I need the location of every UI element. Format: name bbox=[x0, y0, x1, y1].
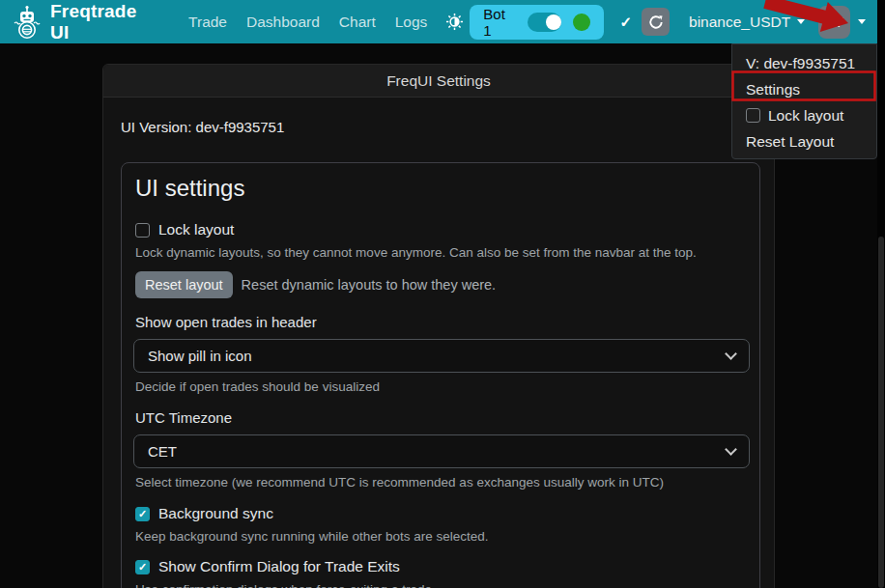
timezone-label: UTC Timezone bbox=[135, 409, 748, 426]
timezone-hint: Select timezone (we recommend UTC is rec… bbox=[135, 475, 748, 490]
brand[interactable]: Freqtrade UI bbox=[12, 1, 158, 43]
open-trades-label: Show open trades in header bbox=[135, 314, 748, 330]
chevron-down-icon bbox=[725, 348, 737, 360]
timezone-select[interactable]: CET bbox=[133, 434, 750, 468]
menu-item-lock-layout-label: Lock layout bbox=[768, 107, 843, 125]
brand-title[interactable]: Freqtrade UI bbox=[50, 1, 158, 43]
scrollbar-thumb[interactable] bbox=[878, 237, 884, 588]
navbar-right: Bot 1 ✓ binance_USDT FT bbox=[470, 5, 866, 40]
ui-settings-card-title: UI settings bbox=[135, 175, 748, 202]
reset-layout-row: Reset layout Reset dynamic layouts to ho… bbox=[135, 271, 748, 298]
reset-layout-button[interactable]: Reset layout bbox=[135, 271, 233, 298]
refresh-button[interactable] bbox=[642, 8, 670, 36]
page-scrollbar[interactable] bbox=[877, 0, 885, 588]
nav-link-trade[interactable]: Trade bbox=[180, 6, 236, 39]
background-sync-checkbox[interactable]: ✓ bbox=[135, 507, 150, 521]
confirm-dialog-hint: Use confirmation dialogs when force-exit… bbox=[135, 582, 748, 588]
confirm-dialog-setting: ✓ Show Confirm Dialog for Trade Exits bbox=[135, 558, 748, 575]
check-icon: ✓ bbox=[620, 14, 633, 31]
nav-link-chart[interactable]: Chart bbox=[330, 6, 385, 39]
nav-link-logs[interactable]: Logs bbox=[386, 6, 437, 39]
bot-toggle-switch[interactable] bbox=[528, 13, 561, 32]
exchange-dropdown[interactable]: binance_USDT bbox=[689, 14, 805, 31]
bot-selector-pill[interactable]: Bot 1 bbox=[470, 5, 603, 40]
settings-panel-header: FreqUI Settings bbox=[103, 65, 774, 98]
menu-item-settings[interactable]: Settings bbox=[732, 76, 876, 102]
confirm-dialog-checkbox[interactable]: ✓ bbox=[135, 560, 150, 574]
chevron-down-icon bbox=[725, 443, 737, 456]
caret-down-icon bbox=[858, 19, 866, 24]
lock-layout-label[interactable]: Lock layout bbox=[158, 221, 234, 238]
background-sync-label[interactable]: Background sync bbox=[158, 505, 273, 522]
settings-panel-title: FreqUI Settings bbox=[386, 72, 491, 90]
toggle-knob bbox=[546, 14, 561, 30]
profile-button[interactable]: FT bbox=[818, 6, 850, 39]
open-trades-hint: Decide if open trades should be visualiz… bbox=[135, 379, 748, 394]
nav-link-dashboard[interactable]: Dashboard bbox=[238, 6, 328, 39]
bot-name-label: Bot 1 bbox=[483, 6, 516, 39]
exchange-dropdown-label: binance_USDT bbox=[689, 14, 790, 31]
menu-item-reset-layout[interactable]: Reset Layout bbox=[732, 128, 876, 154]
background-sync-setting: ✓ Background sync bbox=[135, 505, 748, 522]
bot-online-status-dot bbox=[573, 14, 589, 31]
menu-item-lock-layout[interactable]: ✓ Lock layout bbox=[732, 102, 876, 128]
settings-panel: FreqUI Settings UI Version: dev-f9935751… bbox=[102, 64, 775, 588]
ui-version-text: UI Version: dev-f9935751 bbox=[121, 119, 757, 135]
reset-layout-hint: Reset dynamic layouts to how they were. bbox=[242, 277, 497, 293]
lock-layout-hint: Lock dynamic layouts, so they cannot mov… bbox=[135, 245, 748, 260]
profile-dropdown-menu: V: dev-f9935751 Settings ✓ Lock layout R… bbox=[731, 43, 877, 159]
menu-item-version[interactable]: V: dev-f9935751 bbox=[732, 50, 876, 76]
caret-down-icon bbox=[797, 19, 805, 24]
lock-layout-setting: ✓ Lock layout bbox=[135, 221, 748, 238]
lock-layout-checkbox[interactable]: ✓ bbox=[135, 223, 150, 238]
refresh-icon bbox=[648, 14, 664, 30]
open-trades-select[interactable]: Show pill in icon bbox=[133, 339, 750, 373]
nav-links: Trade Dashboard Chart Logs bbox=[180, 6, 470, 39]
timezone-selected-value: CET bbox=[148, 443, 177, 460]
confirm-dialog-label[interactable]: Show Confirm Dialog for Trade Exits bbox=[158, 558, 400, 575]
open-trades-selected-value: Show pill in icon bbox=[148, 348, 252, 364]
brightness-icon bbox=[445, 13, 464, 31]
ui-settings-card: UI settings ✓ Lock layout Lock dynamic l… bbox=[121, 162, 760, 588]
navbar: Freqtrade UI Trade Dashboard Chart Logs bbox=[0, 0, 877, 43]
freqtrade-robot-logo-icon bbox=[12, 5, 43, 40]
lock-layout-menu-checkbox[interactable]: ✓ bbox=[746, 108, 760, 123]
theme-toggle-button[interactable] bbox=[440, 9, 470, 35]
background-sync-hint: Keep background sync running while other… bbox=[135, 529, 748, 544]
settings-panel-body: UI Version: dev-f9935751 UI settings ✓ L… bbox=[103, 98, 774, 588]
